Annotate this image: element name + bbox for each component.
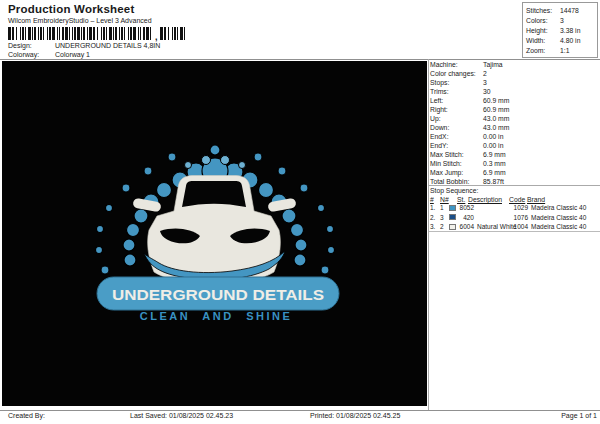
info-row: Max Stitch:6.9 mm (430, 150, 598, 159)
thread-brand: Madeira Classic 40 (531, 214, 586, 221)
thread-row: 3. 2 6004 Natural White 1004 Madeira Cla… (430, 223, 600, 230)
row-num: 1. (430, 204, 440, 211)
color-swatch (449, 224, 456, 230)
color-swatch (449, 205, 456, 211)
thread-brand: Madeira Classic 40 (531, 204, 586, 211)
info-label: Left: (430, 96, 483, 105)
info-label: Max Jump: (430, 168, 483, 177)
brand-name-text: UNDERGROUND DETAILS (112, 286, 324, 303)
barcode: , (8, 27, 186, 40)
stat-colors: Colors:3 (526, 17, 594, 24)
thread-code: 1029 (513, 204, 528, 211)
info-label: EndY: (430, 141, 483, 150)
info-value: 60.9 mm (483, 105, 509, 114)
stat-label: Zoom: (526, 47, 560, 54)
info-row: Right:60.9 mm (430, 105, 598, 114)
design-stats-panel: Stitches:14478 Colors:3 Height:3.38 in W… (522, 2, 598, 58)
col-header-description: Description (468, 196, 502, 203)
panel-divider (428, 59, 429, 410)
production-worksheet-page: Production Worksheet Wilcom EmbroiderySt… (0, 0, 600, 424)
info-label: Right: (430, 105, 483, 114)
stop-sequence-divider (429, 185, 600, 186)
info-row: Down:43.0 mm (430, 123, 598, 132)
thread-row: 1. 1 8052 1029 Madeira Classic 40 (430, 204, 600, 211)
needle-num: 1 (440, 204, 449, 211)
stat-value: 3.38 in (560, 27, 580, 34)
row-num: 3. (430, 223, 440, 230)
thread-description: Natural White (477, 223, 513, 230)
stat-value: 1:1 (560, 47, 569, 54)
info-row: Trims:30 (430, 87, 598, 96)
info-label: EndX: (430, 132, 483, 141)
thread-code: 1076 (513, 214, 528, 221)
colorway-label: Colorway: (8, 51, 55, 58)
col-header-n: N# (440, 196, 449, 203)
last-saved-label: Last Saved: 01/08/2025 02.45.23 (130, 412, 233, 419)
car-wash-logo: UNDERGROUND DETAILS CLEAN AND SHINE (2, 61, 427, 406)
info-row: Color changes:2 (430, 69, 598, 78)
stat-stitches: Stitches:14478 (526, 7, 594, 14)
info-label: Color changes: (430, 69, 483, 78)
info-row: Min Stitch:0.3 mm (430, 159, 598, 168)
needle-num: 3 (440, 214, 449, 221)
col-header-code: Code (509, 196, 525, 203)
design-label: Design: (8, 42, 55, 49)
info-value: 3 (483, 78, 487, 87)
stat-value: 14478 (560, 7, 579, 14)
info-row: EndX:0.00 in (430, 132, 598, 141)
thread-number: 420 (458, 214, 474, 221)
page-number-label: Page 1 of 1 (561, 412, 597, 419)
stat-label: Height: (526, 27, 560, 34)
thread-number: 6004 (458, 223, 474, 230)
info-value: Tajima (483, 60, 503, 69)
info-row: Machine:Tajima (430, 60, 598, 69)
stat-height: Height:3.38 in (526, 27, 594, 34)
info-row: Up:43.0 mm (430, 114, 598, 123)
info-label: Machine: (430, 60, 483, 69)
info-label: Stops: (430, 78, 483, 87)
info-value: 2 (483, 69, 487, 78)
stop-sequence-title: Stop Sequence: (430, 187, 478, 194)
tagline-text: CLEAN AND SHINE (140, 310, 293, 322)
design-canvas: UNDERGROUND DETAILS CLEAN AND SHINE (2, 61, 427, 406)
info-label: Max Stitch: (430, 150, 483, 159)
info-row: Left:60.9 mm (430, 96, 598, 105)
stat-label: Colors: (526, 17, 560, 24)
page-title: Production Worksheet (8, 3, 134, 15)
info-label: Up: (430, 114, 483, 123)
info-value: 6.9 mm (483, 168, 506, 177)
needle-num: 2 (440, 223, 449, 230)
machine-info-panel: Machine:Tajima Color changes:2 Stops:3 T… (430, 60, 598, 186)
table-bottom-divider (429, 231, 600, 232)
stat-label: Stitches: (526, 7, 560, 14)
info-label: Min Stitch: (430, 159, 483, 168)
info-value: 60.9 mm (483, 96, 509, 105)
info-value: 43.0 mm (483, 123, 509, 132)
col-header-num: # (430, 196, 434, 203)
stat-width: Width:4.80 in (526, 37, 594, 44)
app-version-label: Wilcom EmbroideryStudio – Level 3 Advanc… (8, 17, 152, 24)
info-row: EndY:0.00 in (430, 141, 598, 150)
thread-number: 8052 (458, 204, 474, 211)
colorway-row: Colorway:Colorway 1 (8, 51, 90, 58)
info-label: Down: (430, 123, 483, 132)
design-value: UNDERGROUND DETAILS 4,8IN (55, 42, 160, 49)
stat-zoom: Zoom:1:1 (526, 47, 594, 54)
thread-brand: Madeira Classic 40 (531, 223, 586, 230)
stat-value: 3 (560, 17, 564, 24)
info-label: Trims: (430, 87, 483, 96)
info-value: 0.3 mm (483, 159, 506, 168)
stat-label: Width: (526, 37, 560, 44)
design-row: Design:UNDERGROUND DETAILS 4,8IN (8, 42, 160, 49)
info-value: 43.0 mm (483, 114, 509, 123)
created-by-label: Created By: (8, 412, 45, 419)
info-row: Max Jump:6.9 mm (430, 168, 598, 177)
colorway-value: Colorway 1 (55, 51, 90, 58)
footer-divider (0, 410, 600, 411)
info-row: Stops:3 (430, 78, 598, 87)
printed-label: Printed: 01/08/2025 02.45.25 (310, 412, 400, 419)
info-value: 0.00 in (483, 141, 503, 150)
col-header-st: St. (457, 196, 465, 203)
info-value: 0.00 in (483, 132, 503, 141)
col-header-brand: Brand (527, 196, 545, 203)
